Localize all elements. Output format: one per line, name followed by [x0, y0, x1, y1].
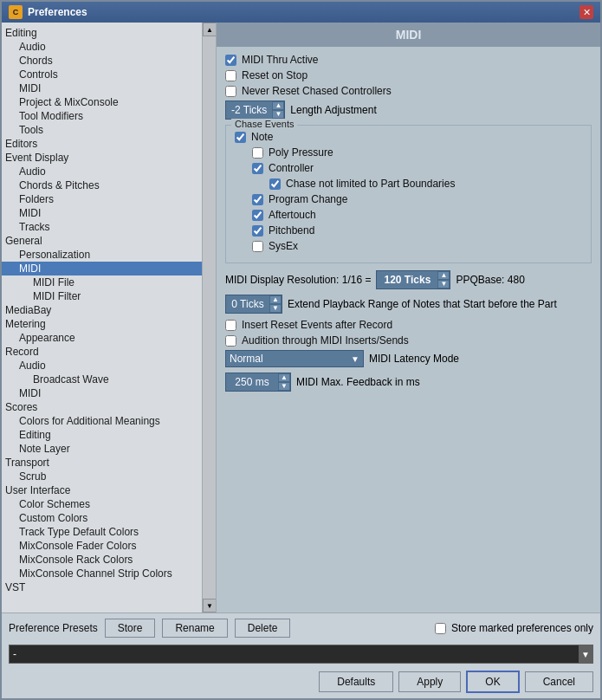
sidebar-item-midi-rec[interactable]: MIDI — [2, 386, 202, 400]
sidebar-item-mixconsole-channel[interactable]: MixConsole Channel Strip Colors — [2, 567, 202, 580]
pitchbend-label: Pitchbend — [269, 224, 314, 237]
length-up-btn[interactable]: ▲ — [272, 101, 284, 110]
close-button[interactable]: ✕ — [579, 5, 593, 19]
note-row: Note — [235, 131, 582, 143]
sysex-checkbox[interactable] — [252, 241, 263, 252]
defaults-button[interactable]: Defaults — [319, 671, 393, 692]
feedback-down-btn[interactable]: ▼ — [278, 382, 290, 391]
sidebar-item-event-display[interactable]: Event Display — [2, 151, 202, 165]
sidebar-item-midi-ev[interactable]: MIDI — [2, 206, 202, 220]
chase-not-limited-checkbox[interactable] — [269, 178, 281, 190]
program-change-checkbox[interactable] — [252, 194, 263, 205]
sidebar-item-mixconsole-rack[interactable]: MixConsole Rack Colors — [2, 553, 202, 567]
controller-checkbox[interactable] — [252, 163, 263, 174]
sidebar: EditingAudioChordsControlsMIDIProject & … — [2, 23, 217, 612]
feedback-spinner-btns: ▲ ▼ — [278, 373, 290, 391]
sidebar-item-tool-modifiers[interactable]: Tool Modifiers — [2, 109, 202, 123]
sidebar-item-editing[interactable]: Editing — [2, 26, 202, 40]
ticks-down-btn[interactable]: ▼ — [437, 280, 450, 288]
sidebar-item-project-mixconsole[interactable]: Project & MixConsole — [2, 95, 202, 109]
sidebar-item-audio[interactable]: Audio — [2, 40, 202, 54]
feedback-up-btn[interactable]: ▲ — [278, 373, 290, 382]
sidebar-item-audio-ed[interactable]: Audio — [2, 165, 202, 178]
sidebar-item-custom-colors[interactable]: Custom Colors — [2, 511, 202, 525]
sidebar-item-tools[interactable]: Tools — [2, 123, 202, 137]
audition-midi-row: Audition through MIDI Inserts/Sends — [225, 334, 592, 347]
reset-stop-label: Reset on Stop — [242, 69, 307, 81]
extend-up-btn[interactable]: ▲ — [269, 295, 282, 304]
store-button[interactable]: Store — [105, 619, 156, 638]
sidebar-item-user-interface[interactable]: User Interface — [2, 483, 202, 497]
sidebar-item-midi-filter[interactable]: MIDI Filter — [2, 289, 202, 303]
sidebar-item-editors[interactable]: Editors — [2, 137, 202, 151]
sidebar-item-audio-rec[interactable]: Audio — [2, 359, 202, 373]
sidebar-item-color-schemes[interactable]: Color Schemes — [2, 497, 202, 511]
ok-button[interactable]: OK — [466, 671, 519, 693]
poly-pressure-row: Poly Pressure — [235, 146, 582, 159]
sidebar-item-midi-main[interactable]: MIDI — [2, 262, 202, 275]
sidebar-item-scrub[interactable]: Scrub — [2, 470, 202, 483]
length-adjustment-row: -2 Ticks ▲ ▼ Length Adjustment — [225, 100, 592, 120]
aftertouch-row: Aftertouch — [235, 209, 582, 221]
sidebar-item-chords[interactable]: Chords — [2, 54, 202, 68]
never-reset-row: Never Reset Chased Controllers — [225, 85, 592, 97]
sidebar-item-record[interactable]: Record — [2, 345, 202, 359]
ticks-up-btn[interactable]: ▲ — [437, 271, 450, 280]
scroll-up-btn[interactable]: ▲ — [203, 23, 217, 36]
sidebar-item-mixconsole-fader[interactable]: MixConsole Fader Colors — [2, 539, 202, 553]
sidebar-item-tracks[interactable]: Tracks — [2, 220, 202, 234]
poly-pressure-checkbox[interactable] — [252, 147, 263, 159]
preset-arrow-icon[interactable]: ▼ — [579, 645, 592, 663]
insert-reset-row: Insert Reset Events after Record — [225, 319, 592, 331]
sidebar-item-appearance[interactable]: Appearance — [2, 331, 202, 345]
titlebar: C Preferences ✕ — [2, 2, 600, 23]
midi-latency-value: Normal — [230, 353, 263, 365]
sidebar-item-metering[interactable]: Metering — [2, 317, 202, 331]
sidebar-item-vst[interactable]: VST — [2, 580, 202, 594]
sidebar-item-midi-edit[interactable]: MIDI — [2, 81, 202, 95]
sidebar-item-transport[interactable]: Transport — [2, 456, 202, 470]
chase-not-limited-row: Chase not limited to Part Boundaries — [235, 178, 582, 190]
never-reset-checkbox[interactable] — [225, 86, 236, 97]
audition-midi-checkbox[interactable] — [225, 335, 236, 347]
delete-button[interactable]: Delete — [235, 619, 291, 638]
sidebar-item-track-type-default[interactable]: Track Type Default Colors — [2, 525, 202, 539]
store-marked-checkbox[interactable] — [435, 623, 446, 634]
controller-row: Controller — [235, 162, 582, 174]
sidebar-item-colors-additional[interactable]: Colors for Additional Meanings — [2, 414, 202, 428]
insert-reset-checkbox[interactable] — [225, 320, 236, 331]
chase-events-group: Chase Events Note Poly Pressure Controll… — [225, 125, 592, 263]
sidebar-item-scores[interactable]: Scores — [2, 400, 202, 414]
midi-latency-select[interactable]: Normal ▼ — [225, 350, 364, 367]
apply-button[interactable]: Apply — [398, 671, 461, 692]
panel-content: MIDI Thru Active Reset on Stop Never Res… — [217, 47, 600, 612]
length-adjustment-label: Length Adjustment — [290, 104, 376, 116]
scroll-down-btn[interactable]: ▼ — [203, 599, 217, 612]
midi-thru-checkbox[interactable] — [225, 55, 236, 66]
extend-down-btn[interactable]: ▼ — [269, 304, 282, 313]
sidebar-item-personalization[interactable]: Personalization — [2, 248, 202, 262]
note-checkbox[interactable] — [235, 132, 246, 143]
sidebar-item-broadcast-wave[interactable]: Broadcast Wave — [2, 373, 202, 386]
sidebar-item-controls[interactable]: Controls — [2, 68, 202, 81]
pitchbend-row: Pitchbend — [235, 224, 582, 237]
chase-events-legend: Chase Events — [231, 119, 297, 129]
length-down-btn[interactable]: ▼ — [272, 110, 284, 119]
midi-feedback-spinner: 250 ms ▲ ▼ — [225, 373, 291, 392]
rename-button[interactable]: Rename — [162, 619, 227, 638]
sidebar-item-note-layer[interactable]: Note Layer — [2, 442, 202, 456]
preset-dropdown[interactable]: - ▼ — [9, 645, 593, 664]
reset-stop-row: Reset on Stop — [225, 69, 592, 81]
sidebar-item-general[interactable]: General — [2, 234, 202, 248]
reset-stop-checkbox[interactable] — [225, 70, 236, 81]
aftertouch-checkbox[interactable] — [252, 210, 263, 221]
sidebar-item-midi-file[interactable]: MIDI File — [2, 275, 202, 289]
note-label: Note — [251, 131, 273, 143]
sidebar-item-chords-pitches[interactable]: Chords & Pitches — [2, 178, 202, 192]
sidebar-item-folders[interactable]: Folders — [2, 192, 202, 206]
cancel-button[interactable]: Cancel — [525, 671, 593, 692]
pitchbend-checkbox[interactable] — [252, 225, 263, 237]
ppq-label: PPQBase: 480 — [456, 274, 524, 286]
sidebar-item-mediabay[interactable]: MediaBay — [2, 303, 202, 317]
sidebar-item-editing-scores[interactable]: Editing — [2, 428, 202, 442]
